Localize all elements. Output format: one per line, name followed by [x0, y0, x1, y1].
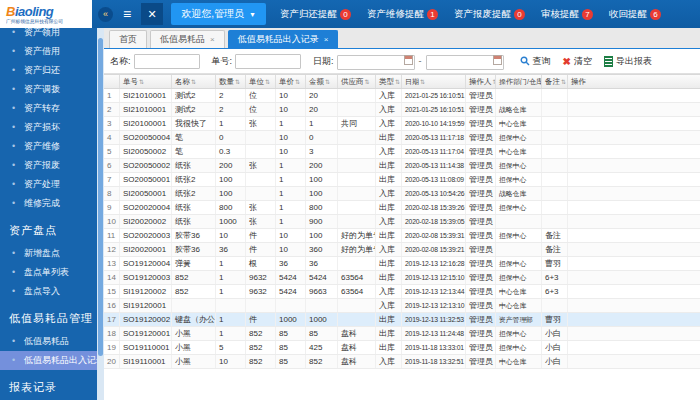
- tab[interactable]: 低值易耗品×: [150, 30, 225, 48]
- sidebar-item[interactable]: •盘点单列表: [0, 263, 97, 282]
- table-cell: 1: [216, 327, 246, 340]
- bullet-icon: •: [12, 80, 15, 99]
- table-cell: 管理员: [466, 215, 496, 228]
- tab-close-icon[interactable]: ×: [324, 31, 329, 48]
- table-cell: 100: [306, 173, 338, 186]
- column-header[interactable]: 单价⇅: [276, 75, 306, 88]
- table-row[interactable]: 10SI20020002纸张1000张1900入库2020-02-18 15:3…: [104, 215, 700, 229]
- column-header: [104, 75, 120, 88]
- nav-item[interactable]: 审核提醒7: [541, 8, 593, 21]
- welcome-user-button[interactable]: 欢迎您,管理员▼: [171, 3, 266, 25]
- tab[interactable]: 低值易耗品出入记录×: [228, 30, 339, 48]
- table-row[interactable]: 9SO20020004纸张800张1800出库2020-02-18 15:39:…: [104, 201, 700, 215]
- table-row[interactable]: 8SI20050001纸张21001100入库2020-05-13 10:54:…: [104, 187, 700, 201]
- sidebar-item[interactable]: •维修完成: [0, 194, 97, 213]
- column-header[interactable]: 类型⇅: [376, 75, 402, 88]
- table-cell: SI20020002: [120, 215, 172, 228]
- column-header-label: 单价: [279, 77, 294, 86]
- table-cell: 好的为单号: [338, 229, 376, 242]
- table-row[interactable]: 18SO19120001小黑18528585盘科出库2019-12-13 11:…: [104, 327, 700, 341]
- column-header[interactable]: 名称⇅: [172, 75, 216, 88]
- table-row[interactable]: 5SI20050002笔0.3103入库2020-05-13 11:17:04管…: [104, 145, 700, 159]
- sidebar-item[interactable]: •低值易耗品: [0, 332, 97, 351]
- sidebar-item[interactable]: •资产报废: [0, 156, 97, 175]
- sidebar-item[interactable]: •资产处理: [0, 175, 97, 194]
- sidebar-item[interactable]: •资产损坏: [0, 118, 97, 137]
- sidebar-item[interactable]: •资产维修: [0, 137, 97, 156]
- table-row[interactable]: 11SO20020003胶带3610件10100好的为单号出库2020-02-0…: [104, 229, 700, 243]
- scrollbar-thumb[interactable]: [98, 38, 103, 356]
- sidebar-item[interactable]: •低值易耗品出入记录: [0, 351, 97, 370]
- order-filter-input[interactable]: [235, 54, 301, 69]
- table-row[interactable]: 16SI19120001入库2019-12-13 12:13:10管理员中心仓库: [104, 299, 700, 313]
- bullet-icon: •: [12, 156, 15, 175]
- table-row[interactable]: 12SI20020001胶带3636件10360好的为单号入库2020-02-0…: [104, 243, 700, 257]
- column-header[interactable]: 备注⇅: [542, 75, 568, 88]
- column-header[interactable]: 操作人⇅: [466, 75, 496, 88]
- export-button[interactable]: 导出报表: [604, 55, 652, 68]
- sidebar-scrollbar[interactable]: [97, 28, 104, 400]
- table-cell: 资产管理部: [496, 313, 542, 326]
- table-cell: [338, 299, 376, 312]
- table-cell: [338, 159, 376, 172]
- nav-item[interactable]: 资产报废提醒0: [454, 8, 525, 21]
- table-row[interactable]: 19SO19110001小黑585285425盘科出库2019-11-18 13…: [104, 341, 700, 355]
- table-row[interactable]: 14SO19120003852196325424542463564出库2019-…: [104, 271, 700, 285]
- column-header[interactable]: 金额⇅: [306, 75, 338, 88]
- name-filter-input[interactable]: [134, 54, 200, 69]
- clear-button[interactable]: ✖ 清空: [563, 55, 592, 68]
- sidebar-item[interactable]: •资产转存: [0, 99, 97, 118]
- table-cell: [568, 229, 700, 242]
- sidebar-group-header[interactable]: 低值易耗品管理: [0, 301, 97, 332]
- table-cell: [568, 215, 700, 228]
- sidebar-item[interactable]: •新增盘点: [0, 244, 97, 263]
- sidebar-item[interactable]: •资产归还: [0, 61, 97, 80]
- column-header[interactable]: 单位⇅: [246, 75, 276, 88]
- column-header[interactable]: 日期⇅: [402, 75, 466, 88]
- column-header[interactable]: 供应商⇅: [338, 75, 376, 88]
- table-cell: 10: [276, 89, 306, 102]
- sidebar-group-header[interactable]: 报表记录: [0, 370, 97, 400]
- search-button[interactable]: 查询: [520, 55, 551, 68]
- table-cell: 19: [104, 341, 120, 354]
- sidebar-group-header[interactable]: 资产盘点: [0, 213, 97, 244]
- collapse-icon[interactable]: «: [98, 7, 113, 22]
- table-cell: 10: [276, 145, 306, 158]
- nav-item[interactable]: 资产归还提醒0: [280, 8, 351, 21]
- tab[interactable]: 首页: [109, 30, 147, 48]
- tab-label: 低值易耗品: [160, 31, 205, 48]
- table-cell: 入库: [376, 355, 402, 368]
- table-row[interactable]: 3SI20100001我很快了1张11共同入库2020-10-10 14:19:…: [104, 117, 700, 131]
- column-header-label: 名称: [175, 77, 190, 86]
- table-cell: SO19120001: [120, 327, 172, 340]
- table-row[interactable]: 13SO19120004弹簧1根3636出库2019-12-13 12:16:2…: [104, 257, 700, 271]
- calendar-icon[interactable]: [493, 55, 502, 65]
- table-cell: SO20020003: [120, 229, 172, 242]
- table-cell: 中心仓库: [496, 355, 542, 368]
- tab-close-icon[interactable]: ×: [210, 31, 215, 48]
- column-header[interactable]: 数量⇅: [216, 75, 246, 88]
- sidebar-item[interactable]: •资产借用: [0, 42, 97, 61]
- sidebar-item[interactable]: •盘点导入: [0, 282, 97, 301]
- calendar-icon[interactable]: [404, 55, 413, 65]
- table-row[interactable]: 2SI21010001测试22位1020入库2021-01-25 16:10:5…: [104, 103, 700, 117]
- column-header-label: 类型: [379, 77, 394, 86]
- table-row[interactable]: 20SI19110001小黑1085285852盘科入库2019-11-18 1…: [104, 355, 700, 369]
- table-cell: [246, 299, 276, 312]
- table-cell: [568, 117, 700, 130]
- table-row[interactable]: 4SO20050004笔0100出库2020-05-13 11:17:18管理员…: [104, 131, 700, 145]
- close-icon[interactable]: ✕: [141, 3, 163, 25]
- table-row[interactable]: 1SI21010001测试22位1020入库2021-01-25 16:10:5…: [104, 89, 700, 103]
- column-header[interactable]: 单号⇅: [120, 75, 172, 88]
- nav-item[interactable]: 收回提醒6: [609, 8, 661, 21]
- table-row[interactable]: 6SO20050002纸张200张1200出库2020-05-13 11:14:…: [104, 159, 700, 173]
- table-row[interactable]: 17SO19120002键盘（办公用）1件10001000出库2019-12-1…: [104, 313, 700, 327]
- sidebar-item[interactable]: •资产领用: [0, 28, 97, 42]
- nav-item[interactable]: 资产维修提醒1: [367, 8, 438, 21]
- table-cell: 1: [276, 201, 306, 214]
- table-row[interactable]: 15SI19120002852196325424966363564入库2019-…: [104, 285, 700, 299]
- hamburger-menu-icon[interactable]: ≡: [123, 6, 131, 22]
- sidebar-item[interactable]: •资产调拨: [0, 80, 97, 99]
- table-cell: 1: [276, 215, 306, 228]
- table-row[interactable]: 7SO20050001纸张21001100出库2020-05-13 11:08:…: [104, 173, 700, 187]
